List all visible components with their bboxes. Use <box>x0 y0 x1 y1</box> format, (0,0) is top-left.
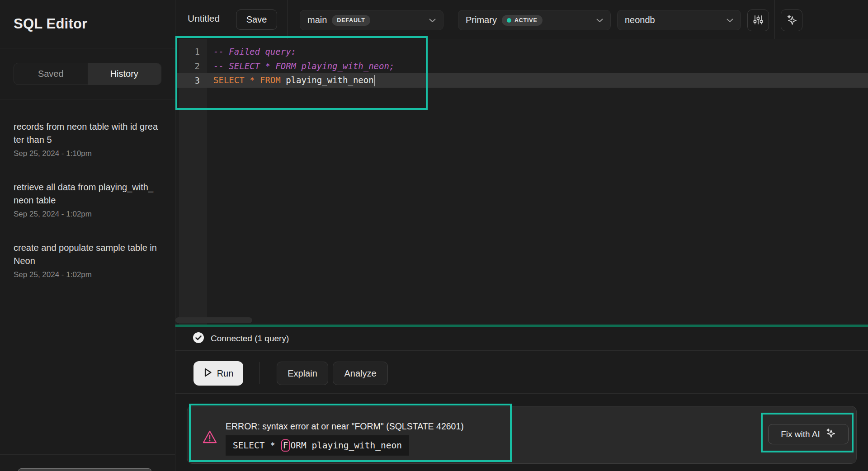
explain-button[interactable]: Explain <box>277 362 328 385</box>
results-area: ERROR: syntax error at or near "FORM" (S… <box>175 394 868 471</box>
chevron-down-icon <box>596 16 603 24</box>
compute-active-badge: ACTIVE <box>502 15 542 26</box>
code-line-1[interactable]: 1 -- Failed query: <box>175 44 868 59</box>
chevron-down-icon <box>726 16 733 24</box>
sql-comment: -- SELECT * FORM playing_with_neon; <box>213 61 394 71</box>
run-button[interactable]: Run <box>193 361 243 386</box>
run-button-label: Run <box>217 368 234 379</box>
line-number: 2 <box>175 61 207 71</box>
error-query-pre: SELECT * <box>233 440 281 451</box>
database-name: neondb <box>625 15 655 25</box>
text-cursor <box>374 75 375 86</box>
sidebar-bottom-divider <box>0 454 175 455</box>
topbar-divider <box>774 0 775 39</box>
sql-comment: -- Failed query: <box>213 47 296 57</box>
sidebar: SQL Editor Saved History records from ne… <box>0 0 175 471</box>
query-actions-bar: Run Explain Analyze <box>175 351 868 394</box>
error-message: ERROR: syntax error at or near "FORM" (S… <box>226 421 464 432</box>
compute-name: Primary <box>466 15 497 25</box>
actions-divider <box>259 362 260 384</box>
sidebar-header: SQL Editor <box>0 0 175 48</box>
settings-sliders-button[interactable] <box>747 9 769 31</box>
history-item-timestamp: Sep 25, 2024 - 1:02pm <box>14 210 161 219</box>
sql-keyword: SELECT <box>213 75 250 85</box>
save-button[interactable]: Save <box>236 9 277 30</box>
database-select[interactable]: neondb <box>617 10 741 30</box>
compute-active-badge-label: ACTIVE <box>514 17 538 24</box>
code-line-3-active[interactable]: 3 SELECT * FROM playing_with_neon <box>175 73 868 88</box>
page-title: SQL Editor <box>14 16 87 32</box>
history-item[interactable]: records from neon table with id greater … <box>14 120 161 158</box>
history-item-timestamp: Sep 25, 2024 - 1:10pm <box>14 149 161 158</box>
main-area: Untitled Save main DEFAULT Primary ACTIV… <box>175 0 868 471</box>
chevron-down-icon <box>429 16 436 24</box>
history-item-title: retrieve all data from playing_with_neon… <box>14 181 158 207</box>
branch-name: main <box>307 15 327 25</box>
branch-select[interactable]: main DEFAULT <box>300 10 443 30</box>
connection-status-bar: Connected (1 query) <box>175 327 868 351</box>
error-query-snippet: SELECT * FORM playing_with_neon <box>226 435 409 456</box>
connection-status-text: Connected (1 query) <box>211 334 289 344</box>
sparkle-icon <box>825 428 836 441</box>
branch-default-badge: DEFAULT <box>332 15 370 26</box>
line-number: 1 <box>175 47 207 57</box>
query-title[interactable]: Untitled <box>188 13 220 24</box>
history-item-title: create and populate sample table in Neon <box>14 241 158 268</box>
warning-icon <box>202 430 217 446</box>
ai-assistant-button[interactable] <box>781 9 802 31</box>
compute-select[interactable]: Primary ACTIVE <box>458 10 611 30</box>
code-editor[interactable]: 1 -- Failed query: 2 -- SELECT * FORM pl… <box>175 39 868 325</box>
analyze-button[interactable]: Analyze <box>333 362 388 385</box>
play-icon <box>203 367 212 380</box>
saved-history-tab-group: Saved History <box>14 63 161 85</box>
sparkle-icon <box>786 14 797 27</box>
fix-with-ai-button[interactable]: Fix with AI <box>768 424 849 444</box>
sql-table-name: playing_with_neon <box>286 75 373 85</box>
sliders-icon <box>753 14 764 27</box>
sql-star: * <box>250 75 260 85</box>
error-token-highlight: F <box>281 439 290 452</box>
error-query-post: ORM playing_with_neon <box>290 440 402 451</box>
horizontal-scrollbar[interactable] <box>175 317 252 323</box>
history-item[interactable]: create and populate sample table in Neon… <box>14 241 161 279</box>
history-item[interactable]: retrieve all data from playing_with_neon… <box>14 181 161 219</box>
sidebar-bottom-panel-edge[interactable] <box>18 468 151 471</box>
sidebar-tabs-section: Saved History <box>0 48 175 99</box>
fix-with-ai-label: Fix with AI <box>781 429 820 439</box>
history-item-timestamp: Sep 25, 2024 - 1:02pm <box>14 270 161 279</box>
history-list: records from neon table with id greater … <box>0 99 175 279</box>
history-item-title: records from neon table with id greater … <box>14 120 158 146</box>
sql-keyword: FROM <box>260 75 286 85</box>
topbar-divider <box>287 0 288 39</box>
active-status-dot <box>507 18 511 23</box>
code-line-2[interactable]: 2 -- SELECT * FORM playing_with_neon; <box>175 59 868 73</box>
sql-editor-app: SQL Editor Saved History records from ne… <box>0 0 868 471</box>
line-number: 3 <box>175 75 207 85</box>
error-panel: ERROR: syntax error at or near "FORM" (S… <box>187 406 857 464</box>
tab-saved[interactable]: Saved <box>14 63 88 85</box>
tab-history[interactable]: History <box>88 63 161 85</box>
check-circle-icon <box>193 332 204 345</box>
